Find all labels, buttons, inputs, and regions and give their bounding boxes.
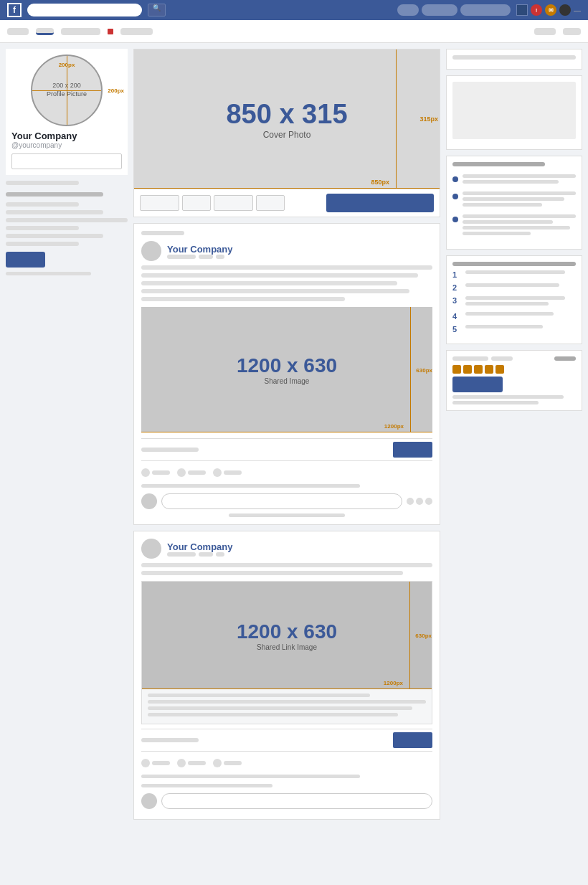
center-feed: 850 x 315 Cover Photo 315px 850px <box>133 49 440 825</box>
nav-account-icon[interactable] <box>559 4 571 16</box>
news-2-line-2 <box>463 197 564 201</box>
news-3-line-4 <box>463 232 531 235</box>
post-1-comment-icons <box>407 498 432 505</box>
news-1-line-1 <box>463 174 576 178</box>
post-card-2: Your Company 1200 x 630 Shared Link Imag… <box>133 531 440 820</box>
event-num-4: 4 <box>452 312 461 321</box>
sec-nav-item-6[interactable] <box>563 28 581 35</box>
post-2-line-2 <box>141 571 403 575</box>
sidebar-link-2[interactable] <box>6 202 79 207</box>
star-3 <box>474 365 483 374</box>
post-2-share-icon <box>213 759 222 767</box>
post-1-like-group[interactable] <box>141 468 170 477</box>
post-1-image-label: Shared Image <box>265 377 310 385</box>
nav-home-pill[interactable] <box>397 4 419 16</box>
post-1-line-5 <box>141 297 345 301</box>
post-1-comment-group[interactable] <box>177 468 206 477</box>
post-1-action-icons <box>141 465 432 480</box>
post-2-action-button[interactable] <box>393 732 432 748</box>
right-promo-bottom <box>446 350 582 411</box>
post-2-comment-group[interactable] <box>177 759 206 767</box>
post-2-action-label <box>141 738 199 742</box>
post-1-reaction-line <box>141 484 360 488</box>
post-1-meta-icon <box>216 255 224 259</box>
tab-likes[interactable] <box>256 195 285 211</box>
sidebar-link-7[interactable] <box>6 242 79 246</box>
post-1-text <box>141 265 432 301</box>
event-item-4: 4 <box>452 312 576 321</box>
events-box-title <box>452 262 576 266</box>
cover-photo-dimensions: 850 x 315 <box>226 99 347 130</box>
nav-icon-1[interactable] <box>516 4 528 16</box>
profile-tabs-bar <box>134 189 440 217</box>
post-2-link-text <box>142 689 432 724</box>
news-box-title <box>452 162 545 166</box>
sec-nav-item-3[interactable] <box>61 28 100 35</box>
post-2-comment-input[interactable] <box>161 793 432 809</box>
post-2-comment-icon <box>177 759 186 767</box>
post-1-comment-icon-3 <box>425 498 432 505</box>
tab-photos[interactable] <box>214 195 253 211</box>
event-item-3: 3 <box>452 296 576 308</box>
sidebar-link-4[interactable] <box>6 218 128 222</box>
post-2-avatar <box>141 539 161 559</box>
right-news-box <box>446 156 582 250</box>
post-1-like-label <box>152 470 170 475</box>
promo-header-edit[interactable] <box>554 356 576 361</box>
sidebar-link-5[interactable] <box>6 226 79 230</box>
post-2-link-preview: 1200 x 630 Shared Link Image 630px 1200p… <box>141 581 432 724</box>
nav-friends-pill[interactable] <box>422 4 457 16</box>
secondary-navigation <box>0 20 588 43</box>
post-2-reaction-line <box>141 775 360 778</box>
sidebar-link-3[interactable] <box>6 210 103 214</box>
post-1-comment-avatar <box>141 493 157 509</box>
sidebar-link-6[interactable] <box>6 234 103 238</box>
post-2-like-group[interactable] <box>141 759 170 767</box>
post-1-share-icon <box>213 468 222 477</box>
post-1-header: Your Company <box>141 241 432 261</box>
news-item-1 <box>452 174 576 186</box>
sec-nav-item-4[interactable] <box>120 28 153 35</box>
post-1-comment-icon-1 <box>407 498 414 505</box>
post-2-share-group[interactable] <box>213 759 242 767</box>
promo-cta-button[interactable] <box>452 377 503 392</box>
post-2-meta-sep <box>199 552 213 557</box>
search-input[interactable] <box>27 4 142 16</box>
post-2-action-bar <box>141 729 432 752</box>
sidebar-nav-links <box>6 181 128 275</box>
event-4-line-1 <box>465 312 554 316</box>
cover-photo-label: Cover Photo <box>226 130 347 140</box>
search-button[interactable]: 🔍 <box>148 4 166 16</box>
profile-input-bar[interactable] <box>11 153 122 169</box>
profile-picture: 200 x 200 Profile Picture 200px 200px <box>31 55 103 126</box>
nav-message-icon[interactable]: ✉ <box>545 4 556 16</box>
post-2-share-label <box>224 761 242 765</box>
post-2-dim-height: 630px <box>415 633 432 639</box>
post-2-like-icon <box>141 759 150 767</box>
post-1-share-group[interactable] <box>213 468 242 477</box>
left-sidebar: 200 x 200 Profile Picture 200px 200px Yo… <box>6 49 128 825</box>
sec-nav-item-1[interactable] <box>7 28 29 35</box>
sec-nav-item-5[interactable] <box>534 28 556 35</box>
post-1-image: 1200 x 630 Shared Image 630px 1200px <box>141 307 432 432</box>
nav-notification-icon[interactable]: ! <box>531 4 542 16</box>
tab-timeline[interactable] <box>140 195 179 211</box>
right-promo-title <box>452 55 576 60</box>
post-1-comment-input[interactable] <box>161 493 402 509</box>
tab-about[interactable] <box>182 195 211 211</box>
post-2-share-line <box>141 784 272 787</box>
post-1-action-button[interactable] <box>393 442 432 458</box>
nav-pages-pill[interactable] <box>460 4 511 16</box>
sidebar-action-button[interactable] <box>6 252 45 268</box>
event-item-5: 5 <box>452 325 576 333</box>
sec-nav-item-2[interactable] <box>36 28 54 35</box>
event-num-2: 2 <box>452 283 461 292</box>
post-2-comment-avatar <box>141 793 157 809</box>
post-1-image-dims: 1200 x 630 <box>237 354 337 377</box>
company-handle: @yourcompany <box>11 141 122 149</box>
post-1-line-4 <box>141 289 409 293</box>
like-page-button[interactable] <box>326 194 434 212</box>
sidebar-link-1[interactable] <box>6 181 79 185</box>
post-1-comment-label <box>188 470 206 475</box>
post-1-company: Your Company <box>167 244 233 255</box>
